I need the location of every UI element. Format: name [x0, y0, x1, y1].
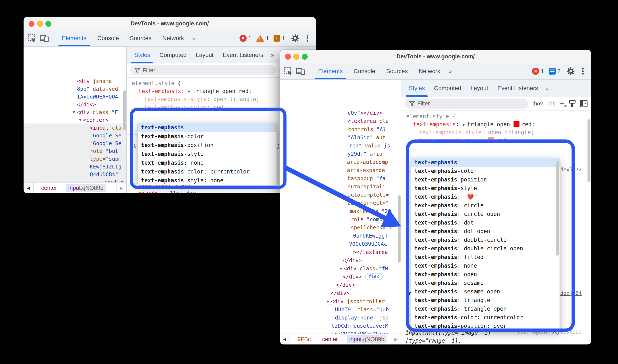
autocomplete-item[interactable]: text-emphasis: dot open	[411, 227, 560, 236]
code-line[interactable]: spellcheck="f	[351, 224, 392, 231]
tab-event-listeners[interactable]: Event Listeners	[493, 80, 543, 97]
code-line[interactable]: autocorrect="	[348, 200, 389, 207]
issues-badge[interactable]: !1	[274, 35, 285, 42]
element-overflow-gutter[interactable]: ⋯	[25, 124, 31, 130]
style-rule-line[interactable]: text-emphasis: ▼ triangle open red;	[138, 87, 252, 95]
code-line[interactable]: "UUbT9" class="UUb	[332, 306, 389, 313]
code-line[interactable]: aria-autocomp	[347, 159, 388, 166]
code-line[interactable]: <textarea cla	[348, 118, 389, 125]
autocomplete-item[interactable]: text-emphasis: filled	[411, 253, 560, 261]
autocomplete-item[interactable]: text-emphasis-style: none	[138, 176, 276, 185]
style-rule-line[interactable]: margin: ▶ 11px 4px;	[138, 190, 199, 193]
minimize-button[interactable]	[37, 21, 43, 27]
breadcrumb-scroll-right[interactable]: ▶	[116, 183, 126, 193]
code-line[interactable]: controls="Al	[348, 126, 386, 133]
code-line[interactable]: </div>	[336, 281, 355, 289]
code-line[interactable]: </div>flex	[343, 273, 383, 281]
autocomplete-item[interactable]: text-emphasis-color: currentcolor	[411, 313, 560, 322]
code-line[interactable]: "display:none" jsa	[332, 314, 389, 321]
code-line[interactable]: autocapitali	[348, 183, 386, 190]
autocomplete-item[interactable]: text-emphasis-style	[411, 184, 560, 193]
tab-computed[interactable]: Computed	[155, 47, 191, 64]
property-edit-row[interactable]: text-emphasis: ;	[137, 112, 276, 122]
error-badge[interactable]: ✕1	[532, 68, 544, 75]
code-line[interactable]: IAxUqWUEAHQU4	[77, 93, 118, 100]
autocomplete-item[interactable]: text-emphasis: none	[411, 261, 560, 270]
autocomplete-item[interactable]: text-emphasis-position	[411, 175, 560, 184]
device-toolbar-icon[interactable]	[296, 66, 305, 76]
code-line[interactable]: ▶<div class="fM	[340, 265, 388, 273]
autocomplete-popup[interactable]: text-emphasistext-emphasis-colortext-emp…	[137, 123, 277, 185]
code-line[interactable]: "Alh6id" aut	[348, 134, 386, 141]
autocomplete-item[interactable]: text-emphasis: none	[138, 158, 276, 167]
messages-badge[interactable]: 2	[549, 68, 561, 75]
devtools-window-back[interactable]: DevTools - www.google.com/ ElementsConso…	[24, 17, 316, 193]
code-line[interactable]: </div>	[77, 101, 96, 108]
more-tabs-icon[interactable]: »	[446, 68, 454, 75]
toggle-sidebar-icon[interactable]	[580, 100, 588, 107]
autocomplete-item[interactable]: text-emphasis-position	[138, 141, 276, 150]
code-line[interactable]: "></textarea	[350, 249, 388, 256]
style-rule-line[interactable]: element.style {	[132, 79, 181, 87]
style-rule-line[interactable]: [type="range" i],	[405, 337, 461, 344]
styles-sidebar-pane[interactable]: StylesComputedLayoutEvent Listeners » Fi…	[401, 80, 591, 344]
devtools-window-front[interactable]: DevTools - www.google.com/ ElementsConso…	[280, 50, 591, 344]
filter-input[interactable]: Filter	[130, 65, 276, 75]
style-rule-line[interactable]: element.style {	[406, 113, 456, 120]
style-rule-line[interactable]: text-emphasis-style: open triangle;	[144, 95, 260, 103]
autocomplete-item[interactable]: text-emphasis: "❤️"	[411, 193, 560, 201]
styles-pane-scrollbar[interactable]	[588, 119, 591, 182]
code-line[interactable]: KEwjS1ZLIg	[90, 163, 122, 170]
code-line[interactable]: Q4dUDCBs"	[90, 171, 118, 178]
autocomplete-item[interactable]: text-emphasis-position: over	[411, 322, 560, 330]
breadcrumb-scroll-right[interactable]: ▶	[391, 334, 401, 344]
settings-gear-icon[interactable]	[291, 34, 300, 43]
code-line[interactable]: cQv"></div>	[348, 109, 383, 117]
autocomplete-popup[interactable]: text-emphasistext-emphasis-colortext-emp…	[411, 158, 560, 331]
code-line[interactable]: autocomplete=	[348, 191, 389, 198]
breadcrumb-item[interactable]: 9FBc	[295, 335, 313, 343]
code-line[interactable]: <div jsname=	[77, 78, 115, 85]
zoom-button[interactable]	[45, 21, 51, 27]
zoom-button[interactable]	[302, 54, 308, 60]
style-rule-line[interactable]: text-emphasis-color: red;	[419, 137, 509, 144]
autocomplete-scrollbar[interactable]	[556, 161, 559, 256]
style-rule-line[interactable]: text-emphasis: ▼ triangle open red;	[413, 121, 535, 129]
style-rule-line[interactable]: text-emphasis-style: open triangle;	[419, 129, 534, 136]
breadcrumb-item[interactable]: input.gNO89b	[66, 184, 106, 192]
code-line[interactable]: rch" value js	[349, 142, 390, 149]
breadcrumb-scroll-left[interactable]: ◀	[280, 334, 290, 344]
breadcrumb-scroll-left[interactable]: ◀	[24, 183, 34, 193]
code-line[interactable]: role="but	[90, 148, 118, 155]
more-sidebar-tabs-icon[interactable]: »	[268, 52, 276, 58]
inspect-icon[interactable]	[27, 34, 37, 43]
elements-tree-pane[interactable]: ⋯ <div jsname=8pb" data-vedIAxUqWUEAHQU4…	[24, 47, 127, 193]
breadcrumb-item[interactable]: center	[320, 335, 340, 343]
code-line[interactable]: tzDCd;mouseleave:M	[331, 322, 388, 330]
toggle-element-state-button[interactable]: :hov	[532, 100, 543, 107]
tab-styles[interactable]: Styles	[130, 47, 155, 64]
tab-event-listeners[interactable]: Event Listeners	[218, 47, 268, 64]
minimize-button[interactable]	[293, 54, 299, 60]
settings-gear-icon[interactable]	[566, 66, 575, 76]
elements-tree-pane[interactable]: cQv"></div><textarea clacontrols="Al"Alh…	[280, 80, 401, 344]
autocomplete-item[interactable]: text-emphasis-color	[138, 132, 276, 141]
filter-input[interactable]: Filter	[405, 99, 528, 109]
kebab-menu-icon[interactable]	[578, 66, 588, 76]
breadcrumb-item[interactable]: center	[39, 184, 59, 192]
code-line[interactable]: VOGcQ39UDCAc	[349, 240, 387, 248]
autocomplete-item[interactable]: text-emphasis: sesame open	[411, 287, 560, 296]
tab-computed[interactable]: Computed	[429, 80, 466, 97]
code-line[interactable]: y29d;" aria-	[348, 150, 386, 157]
code-line[interactable]: ▼<div class="F	[73, 109, 118, 116]
autocomplete-item[interactable]: text-emphasis: circle	[411, 201, 560, 210]
code-line[interactable]: </div>	[343, 257, 362, 264]
tab-network[interactable]: Network	[413, 63, 446, 79]
code-line[interactable]: type="subm	[90, 156, 122, 163]
tab-network[interactable]: Network	[157, 30, 190, 46]
autocomplete-item[interactable]: text-emphasis-style	[138, 150, 276, 158]
tab-styles[interactable]: Styles	[404, 80, 429, 97]
breadcrumb-item[interactable]: input.gNO89b	[347, 335, 386, 343]
autocomplete-item[interactable]: text-emphasis: circle open	[411, 210, 560, 219]
vertical-scrollbar[interactable]	[398, 195, 400, 262]
